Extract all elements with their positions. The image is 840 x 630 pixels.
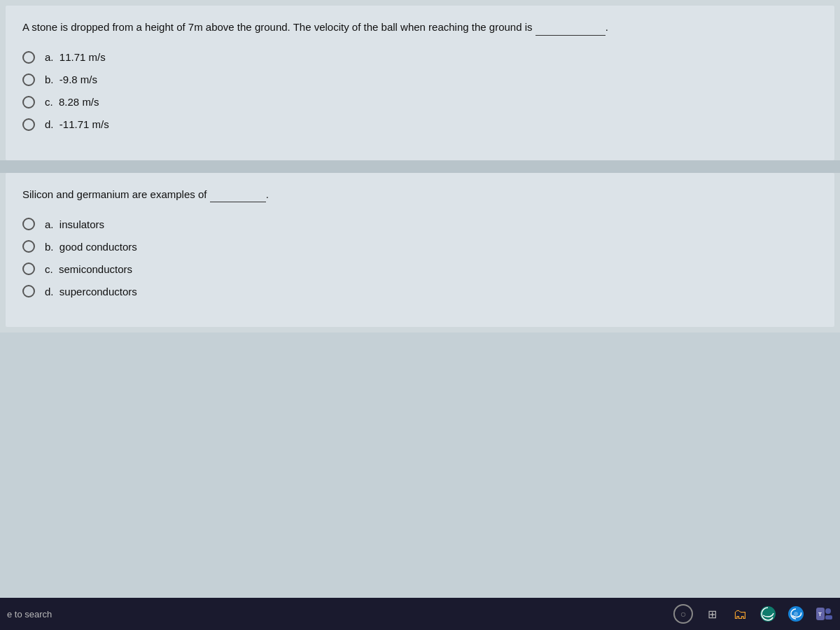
question1-option-c[interactable]: c. 8.28 m/s: [22, 96, 818, 108]
option-c1-label: c. 8.28 m/s: [45, 96, 99, 108]
option-b1-label: b. -9.8 m/s: [45, 74, 97, 85]
question2-option-c[interactable]: c. semiconductors: [22, 262, 818, 275]
radio-a1[interactable]: [22, 51, 35, 64]
radio-d1[interactable]: [22, 118, 35, 131]
question-2-block: Silicon and germanium are examples of . …: [6, 173, 834, 328]
taskbar-icons: ○ ⊞ 🗂: [673, 604, 833, 624]
radio-d2[interactable]: [22, 285, 35, 298]
radio-b2[interactable]: [22, 240, 35, 253]
taskbar: e to search ○ ⊞ 🗂: [0, 598, 840, 630]
question2-option-a[interactable]: a. insulators: [22, 218, 818, 230]
question2-option-d[interactable]: d. superconductors: [22, 285, 818, 298]
radio-c2[interactable]: [22, 262, 35, 275]
task-view-icon[interactable]: ⊞: [703, 605, 721, 623]
question-1-text: A stone is dropped from a height of 7m a…: [22, 20, 818, 36]
chromium-edge-icon[interactable]: [787, 605, 805, 623]
question1-option-b[interactable]: b. -9.8 m/s: [22, 74, 818, 86]
taskbar-search-label: e to search: [7, 609, 52, 620]
radio-b1[interactable]: [22, 74, 35, 86]
question1-option-a[interactable]: a. 11.71 m/s: [22, 51, 818, 64]
edge-icon[interactable]: [759, 605, 777, 623]
option-a2-label: a. insulators: [45, 218, 104, 230]
question-2-text: Silicon and germanium are examples of .: [22, 187, 818, 203]
teams-icon[interactable]: T: [815, 605, 833, 623]
option-b2-label: b. good conductors: [45, 241, 137, 253]
svg-point-2: [794, 612, 798, 616]
main-content: A stone is dropped from a height of 7m a…: [0, 0, 840, 598]
option-d1-label: d. -11.71 m/s: [45, 118, 109, 130]
question-1-block: A stone is dropped from a height of 7m a…: [6, 6, 834, 160]
question2-option-b[interactable]: b. good conductors: [22, 240, 818, 253]
option-a1-label: a. 11.71 m/s: [45, 51, 106, 63]
taskbar-search-area: e to search: [7, 609, 52, 620]
option-d2-label: d. superconductors: [45, 286, 137, 298]
windows-search-icon[interactable]: ○: [673, 604, 693, 624]
radio-c1[interactable]: [22, 96, 35, 108]
question1-option-d[interactable]: d. -11.71 m/s: [22, 118, 818, 131]
file-explorer-icon[interactable]: 🗂: [731, 605, 749, 623]
option-c2-label: c. semiconductors: [45, 263, 132, 275]
radio-a2[interactable]: [22, 218, 35, 230]
separator: [0, 160, 840, 173]
spacer: [0, 332, 840, 598]
